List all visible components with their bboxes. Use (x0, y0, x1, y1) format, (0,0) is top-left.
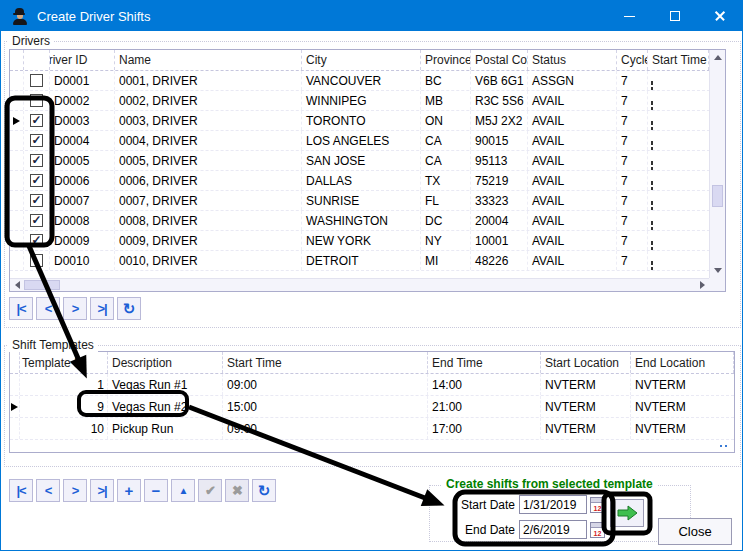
header-postal-code[interactable]: Postal Code (471, 50, 528, 70)
cell-template-id: 10 (20, 418, 108, 439)
delete-record-button[interactable]: − (144, 479, 168, 502)
previous-record-button[interactable]: < (36, 479, 60, 502)
header-template-id[interactable]: Template ID (20, 352, 108, 373)
driver-row[interactable]: D0009 0009, DRIVER NEW YORK NY 10001 AVA… (10, 231, 725, 251)
checkbox-icon[interactable] (30, 154, 43, 167)
first-record-button[interactable]: |< (9, 297, 33, 320)
maximize-button[interactable] (652, 1, 697, 31)
maximize-icon (670, 11, 680, 21)
checkbox-icon[interactable] (30, 94, 43, 107)
cell-start-time (648, 251, 709, 270)
refresh-button[interactable]: ↻ (252, 479, 276, 502)
header-checkbox-column[interactable] (24, 50, 50, 70)
next-record-button[interactable]: > (63, 479, 87, 502)
cell-status: AVAIL (528, 151, 617, 170)
header-status[interactable]: Status (528, 50, 617, 70)
end-date-calendar-icon[interactable] (590, 522, 605, 538)
driver-checkbox-cell[interactable] (24, 191, 50, 210)
cancel-edit-button[interactable]: ✖ (225, 479, 249, 502)
cell-city: WASHINGTON (302, 211, 421, 230)
cell-status: AVAIL (528, 231, 617, 250)
driver-row[interactable]: D0010 0010, DRIVER DETROIT MI 48226 AVAI… (10, 251, 725, 271)
cell-start-location: NVTERM (541, 374, 631, 395)
driver-checkbox-cell[interactable] (24, 171, 50, 190)
insert-record-button[interactable]: + (117, 479, 141, 502)
cell-description: Pickup Run (108, 418, 223, 439)
header-description[interactable]: Description (108, 352, 223, 373)
start-date-input[interactable] (519, 495, 587, 514)
header-cycle[interactable]: Cycle (617, 50, 648, 70)
edit-record-button[interactable]: ▲ (171, 479, 195, 502)
close-button[interactable]: Close (658, 518, 732, 545)
template-row[interactable]: 10 Pickup Run 09:00 17:00 NVTERM NVTERM (10, 418, 734, 440)
driver-checkbox-cell[interactable] (24, 131, 50, 150)
checkbox-icon[interactable] (30, 194, 43, 207)
driver-checkbox-cell[interactable] (24, 111, 50, 130)
cell-postal-code: 20004 (471, 211, 528, 230)
header-city[interactable]: City (302, 50, 421, 70)
checkbox-icon[interactable] (30, 214, 43, 227)
driver-row[interactable]: D0002 0002, DRIVER WINNIPEG MB R3C 5S6 A… (10, 91, 725, 111)
driver-row[interactable]: D0001 0001, DRIVER VANCOUVER BC V6B 6G1 … (10, 71, 725, 91)
checkbox-icon[interactable] (30, 254, 43, 267)
driver-row[interactable]: D0008 0008, DRIVER WASHINGTON DC 20004 A… (10, 211, 725, 231)
next-record-button[interactable]: > (63, 297, 87, 320)
checkbox-icon[interactable] (30, 234, 43, 247)
cell-city: SAN JOSE (302, 151, 421, 170)
horizontal-scrollbar[interactable] (10, 278, 709, 291)
template-row[interactable]: 9 Vegas Run #2 15:00 21:00 NVTERM NVTERM (10, 396, 734, 418)
checkbox-icon[interactable] (30, 174, 43, 187)
driver-checkbox-cell[interactable] (24, 251, 50, 270)
header-driver-id[interactable]: Driver ID (50, 50, 115, 70)
cell-start-time (648, 231, 709, 250)
refresh-button[interactable]: ↻ (117, 297, 141, 320)
clipped-start-time-text (651, 261, 653, 265)
scroll-left-button[interactable] (10, 279, 24, 291)
scroll-up-button[interactable] (710, 50, 725, 65)
driver-row[interactable]: D0005 0005, DRIVER SAN JOSE CA 95113 AVA… (10, 151, 725, 171)
template-row[interactable]: 1 Vegas Run #1 09:00 14:00 NVTERM NVTERM (10, 374, 734, 396)
driver-checkbox-cell[interactable] (24, 71, 50, 90)
header-end-time[interactable]: End Time (428, 352, 541, 373)
post-edit-button[interactable]: ✔ (198, 479, 222, 502)
header-end-location[interactable]: End Location (631, 352, 734, 373)
header-province[interactable]: Province (421, 50, 471, 70)
driver-row[interactable]: D0007 0007, DRIVER SUNRISE FL 33323 AVAI… (10, 191, 725, 211)
last-record-button[interactable]: >| (90, 479, 114, 502)
close-window-button[interactable] (697, 1, 742, 31)
header-start-location[interactable]: Start Location (541, 352, 631, 373)
clipped-start-time-text (651, 81, 653, 85)
horizontal-scrollbar-thumb[interactable] (24, 280, 60, 290)
driver-checkbox-cell[interactable] (24, 211, 50, 230)
vertical-scrollbar-thumb[interactable] (712, 185, 723, 207)
first-record-button[interactable]: |< (9, 479, 33, 502)
driver-checkbox-cell[interactable] (24, 151, 50, 170)
checkbox-icon[interactable] (30, 114, 43, 127)
header-start-time[interactable]: Start Time (223, 352, 428, 373)
last-record-button[interactable]: >| (90, 297, 114, 320)
driver-row[interactable]: D0003 0003, DRIVER TORONTO ON M5J 2X2 AV… (10, 111, 725, 131)
cell-driver-id: D0010 (50, 251, 115, 270)
start-date-calendar-icon[interactable] (590, 497, 605, 513)
end-date-input[interactable] (519, 520, 587, 539)
cell-city: LOS ANGELES (302, 131, 421, 150)
clipped-start-time-text (651, 101, 653, 105)
checkbox-icon[interactable] (30, 74, 43, 87)
driver-checkbox-cell[interactable] (24, 91, 50, 110)
scroll-right-button[interactable] (695, 279, 709, 291)
checkbox-icon[interactable] (30, 134, 43, 147)
cell-start-time: 15:00 (223, 396, 428, 417)
cell-template-id: 1 (20, 374, 108, 395)
driver-row[interactable]: D0004 0004, DRIVER LOS ANGELES CA 90015 … (10, 131, 725, 151)
header-start-time[interactable]: Start Time (648, 50, 709, 70)
driver-row[interactable]: D0006 0006, DRIVER DALLAS TX 75219 AVAIL… (10, 171, 725, 191)
header-name[interactable]: Name (115, 50, 302, 70)
previous-record-button[interactable]: < (36, 297, 60, 320)
driver-checkbox-cell[interactable] (24, 231, 50, 250)
create-shifts-go-button[interactable] (610, 499, 644, 527)
scroll-down-button[interactable] (710, 263, 725, 278)
cell-cycle: 7 (617, 151, 648, 170)
cell-driver-id: D0006 (50, 171, 115, 190)
vertical-scrollbar[interactable] (709, 50, 725, 278)
minimize-button[interactable] (607, 1, 652, 31)
